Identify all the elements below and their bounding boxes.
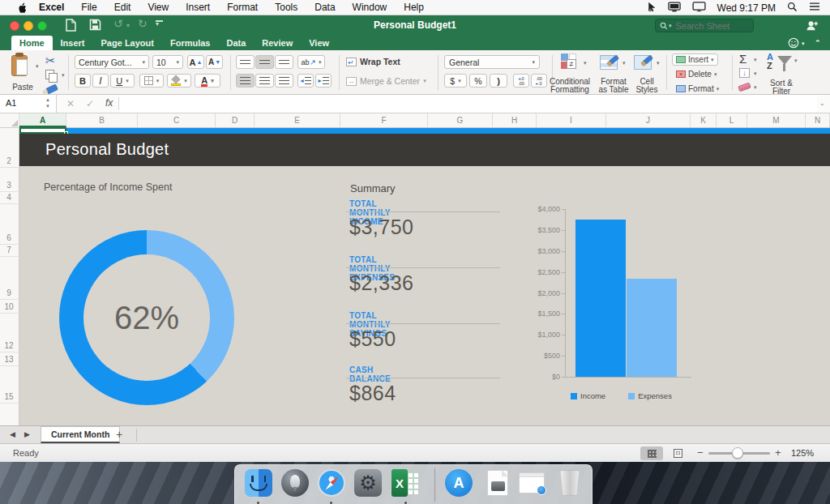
column-header-E[interactable]: E: [255, 113, 340, 127]
dock-installer-document-icon[interactable]: [484, 469, 511, 497]
tab-formulas[interactable]: Formulas: [162, 36, 219, 50]
percent-format-button[interactable]: %: [469, 74, 487, 88]
name-box[interactable]: A1 ▲▼: [0, 95, 57, 113]
column-header-J[interactable]: J: [606, 113, 691, 127]
menu-item-format[interactable]: Format: [227, 2, 258, 13]
align-left-button[interactable]: [236, 74, 255, 88]
underline-button[interactable]: U▾: [110, 74, 135, 88]
merge-center-button[interactable]: ↔ Merge & Center ▾: [346, 76, 426, 86]
sheet-tab-current-month[interactable]: Current Month: [41, 426, 120, 443]
menu-item-edit[interactable]: Edit: [114, 2, 131, 13]
row-header-4[interactable]: 4: [0, 191, 18, 204]
zoom-slider-thumb[interactable]: [732, 447, 743, 459]
normal-view-button[interactable]: [640, 446, 663, 460]
tab-data[interactable]: Data: [218, 36, 254, 50]
cell-styles-button[interactable]: [634, 53, 653, 73]
column-header-L[interactable]: L: [717, 113, 747, 127]
align-top-button[interactable]: [236, 55, 255, 69]
format-as-table-button[interactable]: [600, 53, 619, 73]
font-name-select[interactable]: Century Got...▾: [75, 55, 149, 69]
number-format-select[interactable]: General▾: [444, 55, 540, 69]
decrease-indent-button[interactable]: ◂: [297, 74, 314, 88]
page-layout-view-button[interactable]: [666, 446, 689, 460]
row-header-6[interactable]: 6: [0, 232, 18, 245]
notification-center-icon[interactable]: [809, 2, 820, 14]
align-middle-button[interactable]: [255, 55, 274, 69]
conditional-formatting-dropdown-icon[interactable]: ▾: [584, 60, 587, 66]
align-center-button[interactable]: [255, 74, 274, 88]
column-header-D[interactable]: D: [216, 113, 255, 127]
prev-sheet-icon[interactable]: ◀: [10, 430, 15, 438]
dock-finder-icon[interactable]: [245, 469, 272, 497]
column-header-K[interactable]: K: [691, 113, 717, 127]
dock-app-store-icon[interactable]: A: [445, 469, 473, 497]
menu-item-excel[interactable]: Excel: [39, 2, 64, 13]
search-sheet-input[interactable]: [674, 20, 749, 32]
delete-cells-button[interactable]: × Delete▾: [672, 69, 721, 79]
paste-dropdown-icon[interactable]: ▾: [36, 63, 39, 70]
search-scope-dropdown-icon[interactable]: ▾: [669, 23, 672, 29]
dock-excel-icon[interactable]: X: [391, 469, 419, 497]
pointer-control-icon[interactable]: [646, 2, 657, 15]
formula-bar-expand-icon[interactable]: ⌄: [819, 100, 825, 107]
column-header-H[interactable]: H: [493, 113, 537, 127]
airplay-display-icon[interactable]: [692, 2, 706, 15]
menu-item-tools[interactable]: Tools: [275, 2, 297, 13]
autosum-dropdown-icon[interactable]: ▾: [754, 57, 757, 63]
autosum-button[interactable]: Σ: [739, 52, 747, 66]
cancel-entry-icon[interactable]: ✕: [66, 98, 75, 109]
wrap-text-button[interactable]: ↵ Wrap Text: [346, 57, 400, 66]
comma-format-button[interactable]: ): [490, 74, 507, 88]
text-orientation-button[interactable]: ab➝▾: [297, 55, 325, 69]
increase-indent-button[interactable]: ▸: [315, 74, 332, 88]
zoom-level[interactable]: 125%: [791, 448, 814, 458]
insert-cells-button[interactable]: Insert▾: [672, 53, 718, 66]
column-header-I[interactable]: I: [537, 113, 606, 127]
align-right-button[interactable]: [275, 74, 293, 88]
name-box-stepper[interactable]: ▲▼: [45, 96, 50, 109]
apple-icon[interactable]: [16, 2, 28, 16]
decrease-font-size-button[interactable]: A▼: [206, 55, 223, 69]
align-bottom-button[interactable]: [275, 55, 293, 69]
clear-icon[interactable]: [738, 83, 751, 92]
menu-item-data[interactable]: Data: [314, 2, 335, 13]
cut-icon[interactable]: ✂: [45, 53, 56, 68]
menu-item-insert[interactable]: Insert: [186, 2, 210, 13]
add-sheet-button[interactable]: +: [116, 428, 122, 441]
dock-trash-icon[interactable]: [556, 469, 584, 497]
font-size-select[interactable]: 10▾: [152, 55, 183, 69]
zoom-in-button[interactable]: +: [775, 446, 781, 459]
row-header-10[interactable]: 10: [0, 301, 18, 314]
dock-browser-window-icon[interactable]: [519, 469, 546, 497]
bar-expenses[interactable]: [627, 279, 677, 377]
row-header-13[interactable]: 13: [0, 353, 18, 366]
borders-button[interactable]: ▾: [139, 74, 164, 88]
paste-button[interactable]: [10, 54, 34, 79]
menu-item-view[interactable]: View: [148, 2, 169, 13]
clear-dropdown-icon[interactable]: ▾: [754, 84, 757, 91]
row-header-9[interactable]: 9: [0, 287, 18, 300]
sheet-area[interactable]: Personal Budget Percentage of Income Spe…: [19, 128, 830, 425]
column-header-M[interactable]: M: [747, 113, 806, 127]
fill-down-icon[interactable]: ↓: [739, 68, 750, 78]
column-header-G[interactable]: G: [428, 113, 493, 127]
row-header-3[interactable]: 3: [0, 179, 18, 192]
next-sheet-icon[interactable]: ▶: [24, 430, 30, 438]
row-header-2[interactable]: 2: [0, 155, 18, 168]
collapse-ribbon-icon[interactable]: ⌃: [815, 39, 821, 47]
format-cells-button[interactable]: Format▾: [672, 83, 723, 94]
fill-color-button[interactable]: ▾: [167, 74, 191, 88]
row-header-12[interactable]: 12: [0, 340, 18, 352]
formula-input[interactable]: [120, 95, 817, 113]
cell-styles-dropdown-icon[interactable]: ▾: [657, 60, 660, 66]
font-color-button[interactable]: A▾: [195, 74, 220, 88]
search-sheet-box[interactable]: ▾: [655, 19, 754, 32]
format-as-table-dropdown-icon[interactable]: ▾: [622, 60, 626, 66]
row-header-15[interactable]: 15: [0, 391, 18, 404]
column-header-N[interactable]: N: [806, 113, 830, 127]
bar-income[interactable]: [575, 220, 626, 377]
tab-view[interactable]: View: [301, 36, 337, 50]
copy-icon[interactable]: [45, 70, 54, 79]
column-header-C[interactable]: C: [138, 113, 216, 127]
italic-button[interactable]: I: [92, 74, 109, 88]
